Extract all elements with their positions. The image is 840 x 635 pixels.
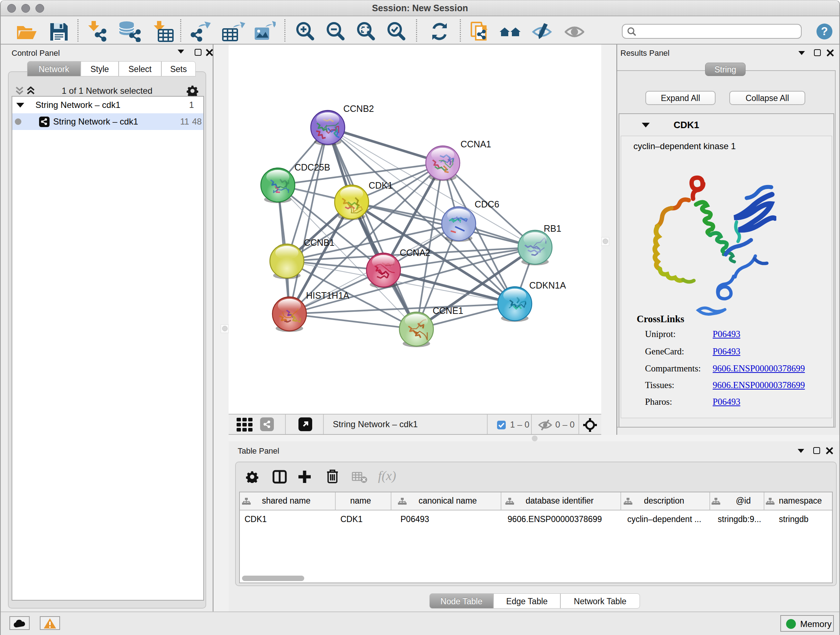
svg-text:CCNB2: CCNB2 [343, 103, 374, 114]
svg-text:CCNB1: CCNB1 [304, 238, 335, 248]
svg-text:CDC25B: CDC25B [294, 162, 330, 172]
svg-text:CDK1: CDK1 [369, 180, 393, 190]
svg-text:HIST1H1A: HIST1H1A [306, 290, 349, 301]
svg-text:f(x): f(x) [378, 469, 396, 483]
svg-text:CCNA2: CCNA2 [400, 248, 431, 258]
svg-text:CDKN1A: CDKN1A [529, 280, 566, 290]
svg-text:CDC6: CDC6 [475, 199, 499, 209]
svg-text:RB1: RB1 [544, 223, 561, 233]
svg-text:CCNE1: CCNE1 [433, 306, 463, 316]
svg-text:CCNA1: CCNA1 [461, 139, 491, 149]
